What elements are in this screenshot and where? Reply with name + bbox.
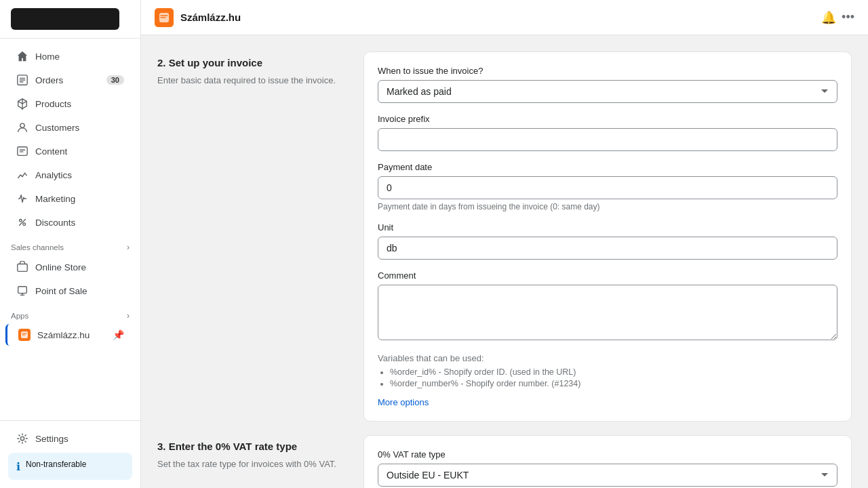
sidebar-item-home-label: Home: [35, 52, 60, 62]
settings-icon: [16, 432, 28, 445]
unit-label: Unit: [378, 222, 837, 232]
szamlazz-app-icon: [18, 329, 31, 341]
orders-badge: 30: [106, 75, 124, 85]
section-3-description: 3. Enter the 0% VAT rate type Set the ta…: [157, 435, 347, 471]
svg-point-3: [20, 220, 22, 222]
analytics-icon: [16, 169, 28, 181]
settings-label: Settings: [35, 434, 68, 444]
info-icon: ℹ: [16, 460, 20, 473]
discounts-icon: [16, 216, 28, 228]
sidebar-item-analytics[interactable]: Analytics: [5, 163, 135, 186]
orders-icon: [16, 74, 28, 86]
unit-input[interactable]: [378, 237, 837, 260]
sidebar-item-marketing[interactable]: Marketing: [5, 187, 135, 210]
sidebar-footer: Settings ℹ Non-transferable: [0, 420, 140, 488]
pin-icon: 📌: [113, 329, 124, 340]
content-icon: [16, 145, 28, 157]
sidebar-item-content[interactable]: Content: [5, 140, 135, 163]
sidebar-item-orders[interactable]: Orders 30: [5, 68, 135, 92]
sidebar-item-customers-label: Customers: [35, 123, 79, 133]
customers-icon: [16, 121, 28, 134]
svg-point-8: [20, 436, 24, 440]
comment-label: Comment: [378, 270, 837, 281]
sidebar-item-products-label: Products: [35, 99, 71, 109]
section-2-card: When to issue the invoice? Marked as pai…: [363, 52, 852, 422]
section-3-card: 0% VAT rate type Outside EU - EUKT Domes…: [363, 435, 852, 488]
sidebar-item-content-label: Content: [35, 146, 67, 157]
non-transferable-banner: ℹ Non-transferable: [8, 453, 132, 480]
sidebar-item-orders-label: Orders: [35, 75, 63, 85]
sidebar-item-online-store[interactable]: Online Store: [5, 256, 135, 279]
section-2-heading: 2. Set up your invoice: [157, 57, 347, 68]
section-3-desc-text: Set the tax rate type for invoices with …: [157, 458, 347, 471]
comment-textarea[interactable]: [378, 285, 837, 340]
home-icon: [16, 50, 28, 62]
page-sections: 2. Set up your invoice Enter basic data …: [141, 35, 868, 488]
sidebar-item-online-store-label: Online Store: [35, 262, 86, 272]
vat-rate-label: 0% VAT rate type: [378, 449, 837, 460]
apps-section-label[interactable]: Apps ›: [0, 303, 140, 323]
non-transferable-text: Non-transferable: [26, 460, 86, 469]
when-to-issue-select[interactable]: Marked as paid On order creation Manuall…: [378, 80, 837, 103]
sidebar-item-szamlazz[interactable]: Számlázz.hu 📌: [5, 324, 135, 346]
sidebar-item-discounts-label: Discounts: [35, 218, 75, 228]
invoice-prefix-input[interactable]: [378, 128, 837, 151]
section-2-row: 2. Set up your invoice Enter basic data …: [157, 52, 852, 422]
payment-date-field: Payment date Payment date in days from i…: [378, 162, 837, 211]
sales-channels-section-label[interactable]: Sales channels ›: [0, 235, 140, 255]
online-store-icon: [16, 261, 28, 273]
topbar-app-icon: [155, 8, 174, 27]
szamlazz-label: Számlázz.hu: [37, 330, 90, 340]
sidebar-navigation: Home Orders 30 Products Customers: [0, 39, 140, 420]
variable-item-2: %order_number% - Shopify order number. (…: [390, 379, 837, 388]
section-3-row: 3. Enter the 0% VAT rate type Set the ta…: [157, 435, 852, 488]
payment-date-input[interactable]: [378, 176, 837, 199]
variables-title: Variables that can be used:: [378, 353, 837, 363]
invoice-prefix-label: Invoice prefix: [378, 114, 837, 124]
sidebar-item-marketing-label: Marketing: [35, 194, 75, 204]
svg-rect-5: [18, 264, 27, 272]
svg-point-1: [20, 123, 24, 127]
vat-rate-field: 0% VAT rate type Outside EU - EUKT Domes…: [378, 449, 837, 487]
comment-field: Comment: [378, 270, 837, 342]
sidebar: Home Orders 30 Products Customers: [0, 0, 141, 488]
sidebar-item-point-of-sale[interactable]: Point of Sale: [5, 279, 135, 302]
variable-item-1: %order_id% - Shopify order ID. (used in …: [390, 367, 837, 377]
store-logo: [11, 8, 119, 30]
apps-chevron: ›: [127, 311, 130, 321]
bell-icon[interactable]: 🔔: [821, 10, 836, 25]
topbar-actions: 🔔 •••: [821, 10, 854, 25]
payment-date-hint: Payment date in days from issueing the i…: [378, 202, 837, 211]
sidebar-item-pos-label: Point of Sale: [35, 286, 87, 296]
svg-rect-6: [18, 287, 27, 293]
when-to-issue-label: When to issue the invoice?: [378, 66, 837, 76]
sidebar-item-discounts[interactable]: Discounts: [5, 211, 135, 234]
sidebar-item-customers[interactable]: Customers: [5, 116, 135, 139]
section-3-heading: 3. Enter the 0% VAT rate type: [157, 441, 347, 452]
payment-date-label: Payment date: [378, 162, 837, 172]
variables-section: Variables that can be used: %order_id% -…: [378, 353, 837, 407]
main-content: Számlázz.hu 🔔 ••• 2. Set up your invoice…: [141, 0, 868, 488]
section-2-description: 2. Set up your invoice Enter basic data …: [157, 52, 347, 87]
sidebar-item-products[interactable]: Products: [5, 92, 135, 115]
products-icon: [16, 98, 28, 110]
marketing-icon: [16, 192, 28, 205]
svg-rect-2: [18, 147, 27, 156]
sidebar-item-settings[interactable]: Settings: [5, 427, 135, 450]
section-2-desc-text: Enter basic data required to issue the i…: [157, 74, 347, 87]
invoice-prefix-field: Invoice prefix: [378, 114, 837, 151]
svg-point-4: [23, 223, 26, 226]
topbar: Számlázz.hu 🔔 •••: [141, 0, 868, 35]
unit-field: Unit: [378, 222, 837, 260]
sidebar-item-analytics-label: Analytics: [35, 170, 72, 180]
sidebar-logo: [0, 0, 140, 39]
pos-icon: [16, 285, 28, 297]
more-options-link[interactable]: More options: [378, 397, 429, 407]
sales-channels-chevron: ›: [127, 243, 130, 252]
when-to-issue-field: When to issue the invoice? Marked as pai…: [378, 66, 837, 103]
variable-list: %order_id% - Shopify order ID. (used in …: [378, 367, 837, 388]
vat-rate-select[interactable]: Outside EU - EUKT Domestic 0% EU VAT exe…: [378, 464, 837, 487]
more-menu-icon[interactable]: •••: [842, 10, 854, 24]
sidebar-item-home[interactable]: Home: [5, 45, 135, 68]
topbar-title: Számlázz.hu: [180, 12, 241, 23]
